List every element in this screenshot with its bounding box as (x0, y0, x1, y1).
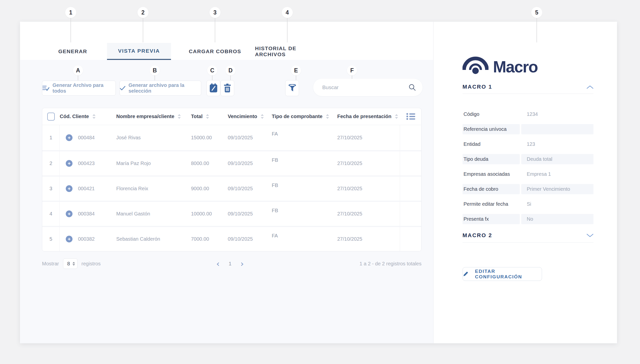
table-row: 1 +000484 José Rivas 15000.00 09/10/2025… (42, 125, 421, 150)
tab-label: GENERAR (58, 48, 87, 54)
expand-row-button[interactable]: + (66, 160, 73, 167)
table-row: 2 +000423 María Paz Rojo 8000.00 09/10/2… (42, 150, 421, 176)
callout-marker-b: B (150, 66, 160, 76)
page-nav: ‹ 1 › (216, 260, 244, 268)
field-value (521, 124, 593, 134)
tab-label: VISTA PREVIA (118, 48, 160, 54)
sort-icon[interactable] (326, 114, 329, 119)
section-macro1-header[interactable]: MACRO 1 (463, 82, 593, 91)
row-actions-cell (400, 151, 421, 176)
row-actions-cell (400, 202, 421, 226)
column-header-cod-cliente[interactable]: Cód. Cliente (60, 114, 116, 119)
column-header-tipo-comprobante[interactable]: Tipo de comprobante (272, 114, 337, 119)
voucher-type: FA (272, 125, 337, 137)
voucher-type: FB (272, 151, 337, 163)
client-code-cell: +000382 (60, 236, 116, 242)
select-all-cell (42, 112, 60, 120)
field-value: Primer Vencimiento (521, 184, 593, 194)
client-code: 000384 (78, 211, 95, 217)
field-row: Referencia unívoca (463, 124, 593, 134)
tab-historial-archivos[interactable]: HISTORIAL DE ARCHIVOS (255, 43, 325, 60)
total-value: 15000.00 (191, 135, 228, 140)
section-divider (463, 94, 593, 94)
select-all-checkbox[interactable] (47, 112, 55, 120)
delete-button[interactable] (221, 80, 234, 96)
field-label: Entidad (463, 139, 520, 149)
client-code-cell: +000421 (60, 185, 116, 192)
field-label: Código (463, 109, 520, 119)
search-input[interactable] (322, 84, 408, 90)
expand-row-button[interactable]: + (66, 236, 73, 242)
client-name: Florencia Reix (116, 186, 191, 192)
sort-icon[interactable] (93, 114, 96, 119)
field-label: Permite editar fecha (463, 199, 520, 209)
sort-icon[interactable] (178, 114, 181, 119)
column-label: Cód. Cliente (60, 114, 89, 119)
column-label: Total (191, 114, 202, 119)
section-title: MACRO 1 (463, 84, 492, 90)
column-header-vencimiento[interactable]: Vencimiento (228, 114, 272, 119)
tab-generar[interactable]: GENERAR (49, 43, 97, 60)
show-label: Mostrar (42, 261, 59, 267)
sort-icon[interactable] (395, 114, 398, 119)
section-macro2-header[interactable]: MACRO 2 (463, 231, 593, 240)
page-size-group: Mostrar 8 registros (42, 258, 101, 269)
edit-note-button[interactable] (206, 80, 220, 96)
field-row: Empresas asociadas Empresa 1 (463, 169, 593, 179)
expand-row-button[interactable]: + (66, 185, 73, 192)
callout-marker-f: F (347, 66, 357, 76)
column-header-fecha-presentacion[interactable]: Fecha de presentación (337, 114, 400, 119)
expand-row-button[interactable]: + (66, 134, 73, 141)
presentation-date: 27/10/2025 (337, 135, 400, 140)
table-row: 3 +000421 Florencia Reix 9000.00 09/10/2… (42, 176, 421, 201)
current-page[interactable]: 1 (229, 261, 232, 267)
trash-icon (224, 84, 231, 92)
generate-selection-label: Generar archivo para la selección (128, 82, 201, 94)
row-number: 1 (42, 125, 60, 150)
field-row: Fecha de cobro Primer Vencimiento (463, 184, 593, 194)
column-label: Nombre empresa/cliente (116, 114, 174, 119)
tab-cargar-cobros[interactable]: CARGAR COBROS (185, 43, 245, 60)
list-config-icon[interactable] (406, 113, 415, 120)
client-code-cell: +000384 (60, 210, 116, 217)
filter-button[interactable] (285, 80, 299, 96)
config-panel: Macro MACRO 1 Código 1234 Referencia uní… (433, 22, 617, 343)
column-header-total[interactable]: Total (191, 114, 228, 119)
row-actions-cell (400, 227, 421, 251)
filter-icon (288, 84, 296, 92)
tab-vista-previa[interactable]: VISTA PREVIA (107, 43, 171, 60)
page-size-select[interactable]: 8 (63, 258, 78, 269)
client-code: 000484 (78, 135, 95, 140)
macro-logo: Macro (463, 56, 538, 74)
field-label: Fecha de cobro (463, 184, 520, 194)
callout-marker-e: E (291, 66, 301, 76)
generate-all-button[interactable]: Generar Archivo para todos (42, 81, 116, 96)
preview-table: Cód. Cliente Nombre empresa/cliente Tota… (42, 108, 421, 252)
column-label: Vencimiento (228, 114, 257, 119)
presentation-date: 27/10/2025 (337, 211, 400, 217)
column-header-nombre[interactable]: Nombre empresa/cliente (116, 114, 191, 119)
callout-line-d (230, 76, 231, 80)
field-label: Tipo deuda (463, 154, 520, 164)
column-label: Tipo de comprobante (272, 114, 322, 119)
edit-configuration-button[interactable]: EDITAR CONFIGURACIÓN (463, 267, 542, 281)
field-value: Deuda total (521, 154, 593, 164)
generate-selection-button[interactable]: Generar archivo para la selección (119, 81, 201, 96)
callout-line-1 (71, 18, 71, 42)
next-page-button[interactable]: › (241, 260, 244, 268)
search-icon[interactable] (408, 84, 416, 91)
prev-page-button[interactable]: ‹ (216, 260, 220, 268)
total-value: 8000.00 (191, 160, 228, 166)
tab-label: CARGAR COBROS (189, 48, 241, 54)
expand-row-button[interactable]: + (66, 210, 73, 217)
row-number: 5 (42, 227, 60, 251)
voucher-type: FA (272, 227, 337, 239)
callout-marker-4: 4 (282, 7, 293, 18)
client-name: María Paz Rojo (116, 160, 191, 166)
callout-marker-5: 5 (531, 7, 542, 18)
sort-icon[interactable] (206, 114, 209, 119)
page-size-value: 8 (67, 261, 70, 267)
client-code: 000421 (78, 186, 95, 192)
sort-icon[interactable] (261, 114, 264, 119)
due-date: 09/10/2025 (228, 186, 272, 192)
